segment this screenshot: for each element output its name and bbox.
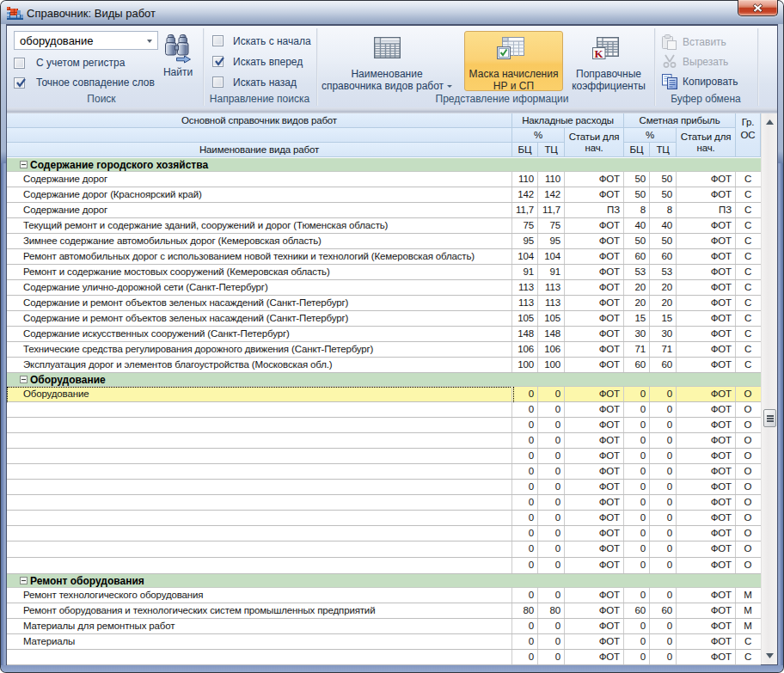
svg-text:K: K xyxy=(594,47,603,60)
